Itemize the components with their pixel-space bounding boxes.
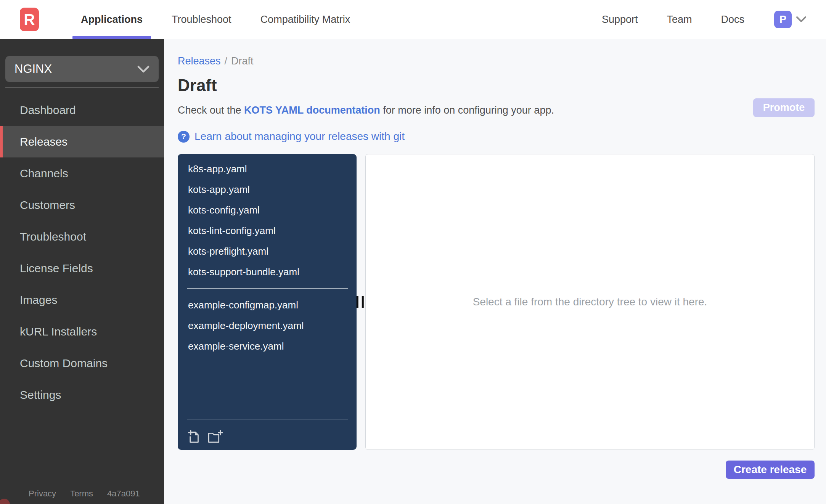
sidebar-item-kurl-installers[interactable]: kURL Installers — [0, 316, 164, 347]
tree-file-k8s-app[interactable]: k8s-app.yaml — [178, 159, 357, 179]
intro-prefix: Check out the — [178, 104, 244, 116]
tree-file-kots-support-bundle[interactable]: kots-support-bundle.yaml — [178, 262, 357, 282]
build-sha: 4a7a091 — [107, 489, 140, 499]
replicated-logo-icon[interactable]: R — [20, 8, 39, 31]
promote-button[interactable]: Promote — [753, 98, 815, 117]
file-tree-panel: k8s-app.yaml kots-app.yaml kots-config.y… — [178, 154, 357, 450]
sidebar-item-images[interactable]: Images — [0, 284, 164, 316]
breadcrumb-releases-link[interactable]: Releases — [178, 55, 221, 67]
tree-file-example-configmap[interactable]: example-configmap.yaml — [178, 295, 357, 315]
main-content: Releases / Draft Draft Check out the KOT… — [164, 39, 826, 504]
chevron-down-icon — [796, 16, 806, 22]
tab-troubleshoot[interactable]: Troubleshoot — [167, 0, 236, 39]
intro-text: Check out the KOTS YAML documentation fo… — [178, 104, 815, 117]
sidebar-item-custom-domains[interactable]: Custom Domains — [0, 347, 164, 379]
app-selector-value: NGINX — [14, 62, 52, 76]
tree-spacer — [178, 356, 357, 413]
link-docs[interactable]: Docs — [721, 14, 744, 26]
tree-file-kots-config[interactable]: kots-config.yaml — [178, 200, 357, 220]
tree-file-example-deployment[interactable]: example-deployment.yaml — [178, 315, 357, 336]
top-navbar: R Applications Troubleshoot Compatibilit… — [0, 0, 826, 39]
sidebar-item-channels[interactable]: Channels — [0, 157, 164, 189]
tab-applications[interactable]: Applications — [76, 0, 147, 39]
sidebar-footer: Privacy Terms 4a7a091 — [29, 489, 140, 499]
breadcrumb-separator: / — [225, 55, 228, 67]
link-team[interactable]: Team — [667, 14, 692, 26]
breadcrumb: Releases / Draft — [178, 55, 815, 66]
kots-yaml-docs-link[interactable]: KOTS YAML documentation — [244, 104, 380, 116]
footer-separator — [63, 490, 63, 498]
sidebar-item-settings[interactable]: Settings — [0, 379, 164, 411]
account-menu[interactable]: P — [774, 11, 806, 28]
sidebar-divider — [5, 87, 159, 88]
tab-compatibility-matrix[interactable]: Compatibility Matrix — [256, 0, 355, 39]
tree-file-kots-app[interactable]: kots-app.yaml — [178, 179, 357, 200]
intro-suffix: for more info on configuring your app. — [380, 104, 554, 116]
tree-file-kots-lint-config[interactable]: kots-lint-config.yaml — [178, 220, 357, 241]
sidebar-item-releases[interactable]: Releases — [0, 126, 164, 157]
release-editor: k8s-app.yaml kots-app.yaml kots-config.y… — [178, 154, 815, 450]
file-viewer-panel: Select a file from the directory tree to… — [365, 154, 815, 450]
sidebar-item-troubleshoot[interactable]: Troubleshoot — [0, 221, 164, 252]
tree-file-example-service[interactable]: example-service.yaml — [178, 336, 357, 356]
resize-handle[interactable] — [355, 296, 365, 308]
chevron-down-icon — [137, 66, 149, 73]
page-title: Draft — [178, 75, 815, 96]
footer-separator — [100, 490, 100, 498]
app-selector-dropdown[interactable]: NGINX — [5, 56, 159, 82]
top-nav-tabs: Applications Troubleshoot Compatibility … — [66, 0, 365, 39]
sidebar-item-dashboard[interactable]: Dashboard — [0, 94, 164, 126]
sidebar-nav: Dashboard Releases Channels Customers Tr… — [0, 94, 164, 411]
app-sidebar: NGINX Dashboard Releases Channels Custom… — [0, 39, 164, 504]
terms-link[interactable]: Terms — [70, 489, 93, 499]
breadcrumb-current: Draft — [231, 55, 254, 67]
sidebar-item-customers[interactable]: Customers — [0, 189, 164, 221]
question-mark-icon: ? — [178, 131, 190, 143]
add-folder-icon[interactable] — [207, 430, 223, 444]
help-link-label: Learn about managing your releases with … — [194, 130, 405, 143]
top-nav-right: Support Team Docs P — [587, 0, 826, 39]
tree-actions — [178, 425, 357, 450]
tree-divider — [187, 419, 348, 419]
link-support[interactable]: Support — [602, 14, 638, 26]
footer-actions: Create release — [178, 461, 815, 479]
avatar: P — [774, 11, 792, 28]
panel-gutter — [357, 154, 365, 450]
add-file-icon[interactable] — [187, 430, 200, 444]
create-release-button[interactable]: Create release — [726, 461, 815, 479]
tree-divider — [187, 288, 348, 289]
chat-launcher-icon[interactable] — [0, 499, 10, 504]
privacy-link[interactable]: Privacy — [29, 489, 56, 499]
sidebar-item-license-fields[interactable]: License Fields — [0, 252, 164, 284]
viewer-placeholder-text: Select a file from the directory tree to… — [473, 296, 707, 308]
git-releases-help-link[interactable]: ? Learn about managing your releases wit… — [178, 130, 405, 143]
tree-file-kots-preflight[interactable]: kots-preflight.yaml — [178, 241, 357, 262]
